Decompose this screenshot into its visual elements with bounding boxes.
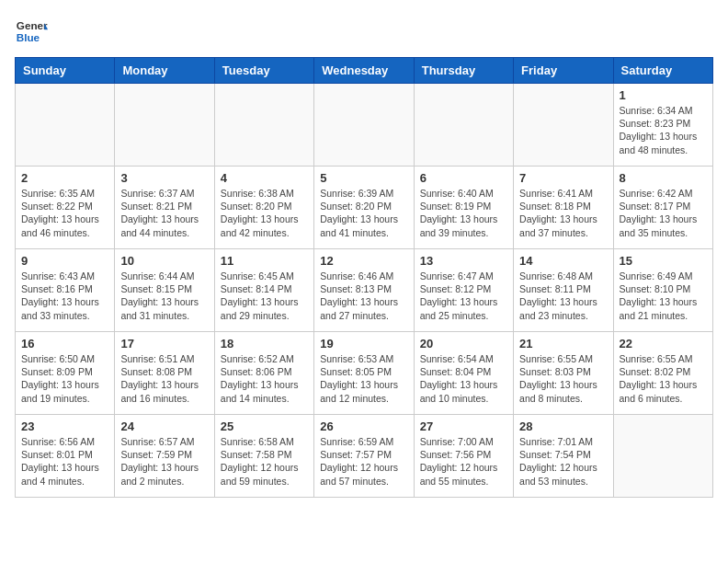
day-number: 5 [320,171,407,185]
calendar-cell: 10Sunrise: 6:44 AM Sunset: 8:15 PM Dayli… [115,249,214,332]
calendar-cell [414,84,513,167]
day-number: 8 [620,171,707,185]
day-info: Sunrise: 6:45 AM Sunset: 8:14 PM Dayligh… [221,270,308,322]
day-info: Sunrise: 6:40 AM Sunset: 8:19 PM Dayligh… [420,187,507,239]
day-info: Sunrise: 6:43 AM Sunset: 8:16 PM Dayligh… [21,270,108,322]
calendar-cell [514,84,613,167]
calendar-cell: 6Sunrise: 6:40 AM Sunset: 8:19 PM Daylig… [414,167,513,249]
day-info: Sunrise: 6:46 AM Sunset: 8:13 PM Dayligh… [320,270,407,322]
calendar-cell: 19Sunrise: 6:53 AM Sunset: 8:05 PM Dayli… [314,332,414,415]
weekday-header-saturday: Saturday [613,58,712,84]
calendar-cell: 9Sunrise: 6:43 AM Sunset: 8:16 PM Daylig… [16,249,115,332]
day-number: 21 [519,337,607,350]
weekday-header-wednesday: Wednesday [314,58,414,84]
calendar-cell: 18Sunrise: 6:52 AM Sunset: 8:06 PM Dayli… [214,332,313,415]
calendar-week-4: 23Sunrise: 6:56 AM Sunset: 8:01 PM Dayli… [16,415,713,498]
day-number: 28 [519,419,607,433]
calendar-cell: 21Sunrise: 6:55 AM Sunset: 8:03 PM Dayli… [514,332,613,415]
day-info: Sunrise: 6:42 AM Sunset: 8:17 PM Dayligh… [620,187,707,239]
calendar-cell [115,84,214,167]
calendar-cell: 5Sunrise: 6:39 AM Sunset: 8:20 PM Daylig… [314,167,414,249]
calendar-cell: 20Sunrise: 6:54 AM Sunset: 8:04 PM Dayli… [414,332,513,415]
day-number: 24 [120,419,208,433]
day-info: Sunrise: 6:35 AM Sunset: 8:22 PM Dayligh… [21,187,108,239]
day-number: 16 [21,337,108,350]
day-number: 19 [320,337,407,350]
calendar-week-2: 9Sunrise: 6:43 AM Sunset: 8:16 PM Daylig… [16,249,713,332]
calendar-cell: 14Sunrise: 6:48 AM Sunset: 8:11 PM Dayli… [514,249,613,332]
day-info: Sunrise: 6:55 AM Sunset: 8:02 PM Dayligh… [620,352,707,405]
day-info: Sunrise: 6:57 AM Sunset: 7:59 PM Dayligh… [120,435,208,488]
day-number: 20 [420,337,507,350]
calendar-week-1: 2Sunrise: 6:35 AM Sunset: 8:22 PM Daylig… [16,167,713,249]
day-info: Sunrise: 6:49 AM Sunset: 8:10 PM Dayligh… [620,270,707,322]
calendar-cell: 22Sunrise: 6:55 AM Sunset: 8:02 PM Dayli… [613,332,712,415]
day-info: Sunrise: 7:01 AM Sunset: 7:54 PM Dayligh… [519,435,607,488]
day-number: 23 [21,419,108,433]
calendar-table: SundayMondayTuesdayWednesdayThursdayFrid… [15,57,713,498]
day-number: 14 [519,254,607,268]
weekday-header-row: SundayMondayTuesdayWednesdayThursdayFrid… [16,58,713,84]
day-number: 6 [420,171,507,185]
svg-text:General: General [17,19,48,31]
weekday-header-tuesday: Tuesday [214,58,313,84]
day-info: Sunrise: 6:55 AM Sunset: 8:03 PM Dayligh… [519,352,607,405]
day-info: Sunrise: 6:44 AM Sunset: 8:15 PM Dayligh… [120,270,208,322]
day-info: Sunrise: 6:59 AM Sunset: 7:57 PM Dayligh… [320,435,407,488]
calendar-week-0: 1Sunrise: 6:34 AM Sunset: 8:23 PM Daylig… [16,84,713,167]
day-number: 9 [21,254,108,268]
calendar-cell: 15Sunrise: 6:49 AM Sunset: 8:10 PM Dayli… [613,249,712,332]
day-number: 17 [120,337,208,350]
day-info: Sunrise: 6:56 AM Sunset: 8:01 PM Dayligh… [21,435,108,488]
day-info: Sunrise: 6:58 AM Sunset: 7:58 PM Dayligh… [221,435,308,488]
day-number: 4 [221,171,308,185]
day-number: 26 [320,419,407,433]
calendar-cell: 12Sunrise: 6:46 AM Sunset: 8:13 PM Dayli… [314,249,414,332]
calendar-cell [214,84,313,167]
calendar-cell: 7Sunrise: 6:41 AM Sunset: 8:18 PM Daylig… [514,167,613,249]
calendar-cell: 28Sunrise: 7:01 AM Sunset: 7:54 PM Dayli… [514,415,613,498]
day-info: Sunrise: 6:53 AM Sunset: 8:05 PM Dayligh… [320,352,407,405]
day-info: Sunrise: 6:50 AM Sunset: 8:09 PM Dayligh… [21,352,108,405]
svg-text:Blue: Blue [17,31,40,43]
day-info: Sunrise: 6:51 AM Sunset: 8:08 PM Dayligh… [120,352,208,405]
day-info: Sunrise: 6:39 AM Sunset: 8:20 PM Dayligh… [320,187,407,239]
calendar-week-3: 16Sunrise: 6:50 AM Sunset: 8:09 PM Dayli… [16,332,713,415]
calendar-cell [16,84,115,167]
weekday-header-sunday: Sunday [16,58,115,84]
day-number: 1 [620,88,707,102]
day-number: 3 [120,171,208,185]
calendar-cell [314,84,414,167]
calendar-cell: 13Sunrise: 6:47 AM Sunset: 8:12 PM Dayli… [414,249,513,332]
calendar-cell: 2Sunrise: 6:35 AM Sunset: 8:22 PM Daylig… [16,167,115,249]
day-number: 27 [420,419,507,433]
calendar-cell: 17Sunrise: 6:51 AM Sunset: 8:08 PM Dayli… [115,332,214,415]
day-info: Sunrise: 6:48 AM Sunset: 8:11 PM Dayligh… [519,270,607,322]
calendar-cell: 27Sunrise: 7:00 AM Sunset: 7:56 PM Dayli… [414,415,513,498]
calendar-cell: 24Sunrise: 6:57 AM Sunset: 7:59 PM Dayli… [115,415,214,498]
calendar-cell [613,415,712,498]
calendar-cell: 25Sunrise: 6:58 AM Sunset: 7:58 PM Dayli… [214,415,313,498]
day-number: 7 [519,171,607,185]
day-number: 2 [21,171,108,185]
logo: General Blue [15,15,48,48]
weekday-header-thursday: Thursday [414,58,513,84]
day-info: Sunrise: 6:37 AM Sunset: 8:21 PM Dayligh… [120,187,208,239]
day-number: 11 [221,254,308,268]
calendar-cell: 16Sunrise: 6:50 AM Sunset: 8:09 PM Dayli… [16,332,115,415]
day-info: Sunrise: 6:54 AM Sunset: 8:04 PM Dayligh… [420,352,507,405]
calendar-cell: 11Sunrise: 6:45 AM Sunset: 8:14 PM Dayli… [214,249,313,332]
calendar-cell: 23Sunrise: 6:56 AM Sunset: 8:01 PM Dayli… [16,415,115,498]
day-info: Sunrise: 6:41 AM Sunset: 8:18 PM Dayligh… [519,187,607,239]
day-info: Sunrise: 6:38 AM Sunset: 8:20 PM Dayligh… [221,187,308,239]
calendar-cell: 26Sunrise: 6:59 AM Sunset: 7:57 PM Dayli… [314,415,414,498]
logo-icon: General Blue [15,15,48,48]
day-number: 25 [221,419,308,433]
day-number: 18 [221,337,308,350]
calendar-cell: 3Sunrise: 6:37 AM Sunset: 8:21 PM Daylig… [115,167,214,249]
calendar-cell: 8Sunrise: 6:42 AM Sunset: 8:17 PM Daylig… [613,167,712,249]
day-info: Sunrise: 7:00 AM Sunset: 7:56 PM Dayligh… [420,435,507,488]
day-info: Sunrise: 6:52 AM Sunset: 8:06 PM Dayligh… [221,352,308,405]
weekday-header-friday: Friday [514,58,613,84]
day-info: Sunrise: 6:34 AM Sunset: 8:23 PM Dayligh… [620,104,707,156]
